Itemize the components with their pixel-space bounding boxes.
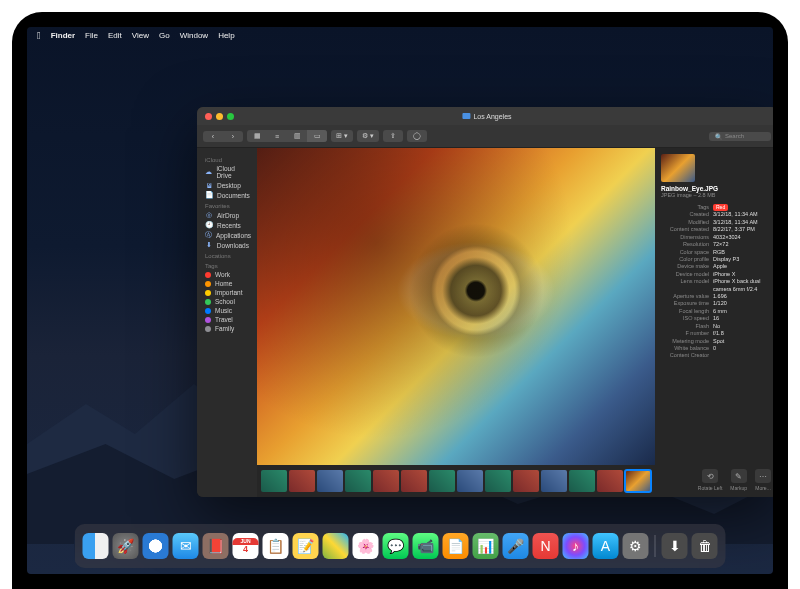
preview-image[interactable] — [257, 148, 655, 465]
sidebar-item-icloud-drive[interactable]: ☁iCloud Drive — [197, 164, 257, 180]
sidebar-header-icloud: iCloud — [197, 154, 257, 164]
sidebar-tag-important[interactable]: Important — [197, 288, 257, 297]
view-columns-button[interactable]: ▥ — [287, 130, 307, 142]
menu-help[interactable]: Help — [218, 31, 234, 40]
more-button[interactable]: ⋯More... — [755, 469, 771, 491]
thumbnail-strip[interactable] — [257, 465, 655, 497]
sidebar-tag-family[interactable]: Family — [197, 324, 257, 333]
view-icons-button[interactable]: ▦ — [247, 130, 267, 142]
toolbar: ‹ › ▦ ≡ ▥ ▭ ⊞ ▾ ⚙ ▾ ⇪ ◯ 🔍 Search — [197, 125, 773, 148]
menu-edit[interactable]: Edit — [108, 31, 122, 40]
info-row: White balance0 — [661, 345, 771, 352]
info-key: White balance — [661, 345, 709, 352]
sidebar-item-documents[interactable]: 📄Documents — [197, 190, 257, 200]
action-menu-button[interactable]: ⚙ ▾ — [357, 130, 379, 142]
dock-notes[interactable]: 📝 — [293, 533, 319, 559]
tags-button[interactable]: ◯ — [407, 130, 427, 142]
applications-icon: Ⓐ — [205, 231, 212, 239]
menu-window[interactable]: Window — [180, 31, 208, 40]
info-key: Color space — [661, 249, 709, 256]
view-gallery-button[interactable]: ▭ — [307, 130, 327, 142]
thumbnail[interactable] — [569, 470, 595, 492]
thumbnail[interactable] — [513, 470, 539, 492]
thumbnail[interactable] — [485, 470, 511, 492]
dock-finder[interactable] — [83, 533, 109, 559]
sidebar-tag-home[interactable]: Home — [197, 279, 257, 288]
share-button[interactable]: ⇪ — [383, 130, 403, 142]
info-row: Modified3/12/18, 11:34 AM — [661, 219, 771, 226]
sidebar-item-recents[interactable]: 🕘Recents — [197, 220, 257, 230]
info-key: F number — [661, 330, 709, 337]
info-thumbnail — [661, 154, 695, 182]
info-key: Modified — [661, 219, 709, 226]
group-by-button[interactable]: ⊞ ▾ — [331, 130, 353, 142]
info-row: Device modeliPhone X — [661, 271, 771, 278]
thumbnail[interactable] — [457, 470, 483, 492]
menu-go[interactable]: Go — [159, 31, 170, 40]
info-key: Resolution — [661, 241, 709, 248]
app-menu[interactable]: Finder — [51, 31, 75, 40]
dock-safari[interactable] — [143, 533, 169, 559]
thumbnail[interactable] — [429, 470, 455, 492]
rotate-left-button[interactable]: ⟲Rotate Left — [698, 469, 722, 491]
sidebar-item-downloads[interactable]: ⬇Downloads — [197, 240, 257, 250]
dock-numbers[interactable]: 📊 — [473, 533, 499, 559]
file-name: Rainbow_Eye.JPG — [661, 185, 771, 192]
menu-view[interactable]: View — [132, 31, 149, 40]
thumbnail[interactable] — [541, 470, 567, 492]
minimize-button[interactable] — [216, 113, 223, 120]
tag-dot-icon — [205, 326, 211, 332]
dock-appstore[interactable]: A — [593, 533, 619, 559]
info-key: Exposure time — [661, 300, 709, 307]
dock-pages[interactable]: 📄 — [443, 533, 469, 559]
gallery-preview — [257, 148, 655, 497]
dock-downloads[interactable]: ⬇ — [662, 533, 688, 559]
info-row: Focal length6 mm — [661, 308, 771, 315]
window-titlebar[interactable]: Los Angeles — [197, 107, 773, 125]
maximize-button[interactable] — [227, 113, 234, 120]
thumbnail[interactable] — [345, 470, 371, 492]
info-row: Color profileDisplay P3 — [661, 256, 771, 263]
info-key: Content Creator — [661, 352, 709, 359]
dock-launchpad[interactable]: 🚀 — [113, 533, 139, 559]
dock-trash[interactable]: 🗑 — [692, 533, 718, 559]
sidebar-item-airdrop[interactable]: ◎AirDrop — [197, 210, 257, 220]
info-value: 1/120 — [713, 300, 727, 307]
sidebar-tag-work[interactable]: Work — [197, 270, 257, 279]
thumbnail[interactable] — [317, 470, 343, 492]
dock-mail[interactable]: ✉ — [173, 533, 199, 559]
tag-badge[interactable]: Red — [713, 204, 728, 211]
sidebar-tag-music[interactable]: Music — [197, 306, 257, 315]
search-field[interactable]: 🔍 Search — [709, 132, 771, 141]
thumbnail[interactable] — [401, 470, 427, 492]
menu-file[interactable]: File — [85, 31, 98, 40]
back-button[interactable]: ‹ — [203, 131, 223, 142]
apple-menu-icon[interactable]:  — [37, 30, 41, 41]
dock-news[interactable]: N — [533, 533, 559, 559]
sidebar-item-applications[interactable]: ⒶApplications — [197, 230, 257, 240]
dock-calendar[interactable]: JUN4 — [233, 533, 259, 559]
sidebar-tag-school[interactable]: School — [197, 297, 257, 306]
dock-maps[interactable] — [323, 533, 349, 559]
thumbnail[interactable] — [373, 470, 399, 492]
thumbnail-selected[interactable] — [625, 470, 651, 492]
sidebar-item-desktop[interactable]: 🖥Desktop — [197, 180, 257, 190]
forward-button[interactable]: › — [223, 131, 243, 142]
view-list-button[interactable]: ≡ — [267, 130, 287, 142]
thumbnail[interactable] — [261, 470, 287, 492]
sidebar-tag-travel[interactable]: Travel — [197, 315, 257, 324]
dock-system-preferences[interactable]: ⚙ — [623, 533, 649, 559]
sidebar-header-tags: Tags — [197, 260, 257, 270]
dock-itunes[interactable]: ♪ — [563, 533, 589, 559]
dock-photos[interactable]: 🌸 — [353, 533, 379, 559]
dock-keynote[interactable]: 🎤 — [503, 533, 529, 559]
dock-messages[interactable]: 💬 — [383, 533, 409, 559]
dock-reminders[interactable]: 📋 — [263, 533, 289, 559]
thumbnail[interactable] — [289, 470, 315, 492]
markup-button[interactable]: ✎Markup — [730, 469, 747, 491]
close-button[interactable] — [205, 113, 212, 120]
dock-contacts[interactable]: 📕 — [203, 533, 229, 559]
thumbnail[interactable] — [597, 470, 623, 492]
info-value: iPhone X — [713, 271, 735, 278]
dock-facetime[interactable]: 📹 — [413, 533, 439, 559]
